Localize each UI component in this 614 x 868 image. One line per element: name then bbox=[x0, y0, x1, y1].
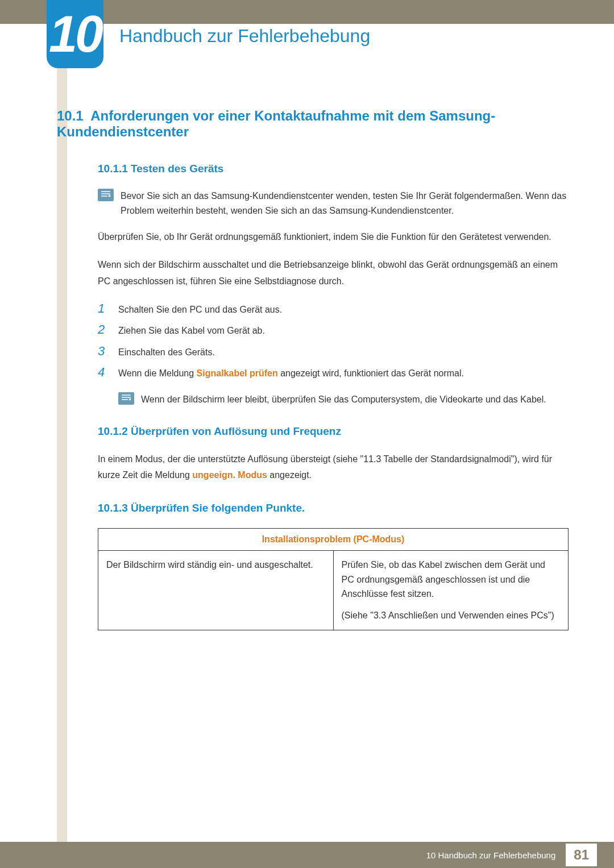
step-item: 3 Einschalten des Geräts. bbox=[98, 344, 569, 360]
section-number: 10.1 bbox=[57, 108, 84, 123]
step-text: Wenn die Meldung Signalkabel prüfen ange… bbox=[118, 366, 464, 381]
subsection-heading: 10.1.2 Überprüfen von Auflösung und Freq… bbox=[98, 425, 569, 438]
step-number: 2 bbox=[98, 322, 109, 337]
chapter-title: Handbuch zur Fehlerbehebung bbox=[119, 26, 370, 47]
body-text-part: In einem Modus, der die unterstützte Auf… bbox=[98, 454, 552, 480]
chapter-badge: 10 bbox=[47, 0, 103, 68]
steps-list: 1 Schalten Sie den PC und das Gerät aus.… bbox=[98, 301, 569, 381]
subsection-heading: 10.1.3 Überprüfen Sie folgenden Punkte. bbox=[98, 502, 569, 514]
page-number-box: 81 bbox=[566, 844, 597, 866]
table-cell-problem: Der Bildschirm wird ständig ein- und aus… bbox=[98, 551, 334, 630]
step-item: 1 Schalten Sie den PC und das Gerät aus. bbox=[98, 301, 569, 317]
page-content: 10.1 Anforderungen vor einer Kontaktaufn… bbox=[57, 108, 569, 649]
footer-text: 10 Handbuch zur Fehlerbehebung bbox=[426, 850, 556, 860]
step-text-part: Wenn die Meldung bbox=[118, 368, 197, 378]
page-number: 81 bbox=[574, 847, 589, 862]
note-text: Wenn der Bildschirm leer bleibt, überprü… bbox=[141, 392, 546, 407]
step-text: Schalten Sie den PC und das Gerät aus. bbox=[118, 302, 282, 317]
table-row: Der Bildschirm wird ständig ein- und aus… bbox=[98, 551, 569, 630]
note-icon bbox=[98, 189, 114, 201]
table-header: Installationsproblem (PC-Modus) bbox=[98, 529, 569, 551]
subsection-10-1-3: 10.1.3 Überprüfen Sie folgenden Punkte. … bbox=[98, 502, 569, 630]
note-icon bbox=[118, 392, 134, 405]
cell-paragraph: Prüfen Sie, ob das Kabel zwischen dem Ge… bbox=[342, 558, 561, 601]
subsection-10-1-2: 10.1.2 Überprüfen von Auflösung und Freq… bbox=[98, 425, 569, 484]
highlight-term: Signalkabel prüfen bbox=[197, 368, 278, 378]
body-text: Überprüfen Sie, ob Ihr Gerät ordnungsgem… bbox=[98, 229, 569, 246]
cell-paragraph: (Siehe "3.3 Anschließen und Verwenden ei… bbox=[342, 608, 561, 623]
subsection-10-1-1: 10.1.1 Testen des Geräts Bevor Sie sich … bbox=[98, 163, 569, 407]
step-number: 3 bbox=[98, 344, 109, 359]
note-text: Bevor Sie sich an das Samsung-Kundendien… bbox=[121, 189, 569, 218]
page-footer: 10 Handbuch zur Fehlerbehebung 81 bbox=[0, 842, 614, 868]
step-text-part: angezeigt wird, funktioniert das Gerät n… bbox=[278, 368, 464, 378]
body-text: Wenn sich der Bildschirm ausschaltet und… bbox=[98, 257, 569, 290]
section-heading: 10.1 Anforderungen vor einer Kontaktaufn… bbox=[57, 108, 569, 140]
step-number: 1 bbox=[98, 301, 109, 316]
subsection-heading: 10.1.1 Testen des Geräts bbox=[98, 163, 569, 175]
highlight-term: ungeeign. Modus bbox=[192, 470, 267, 480]
step-number: 4 bbox=[98, 365, 109, 380]
body-text-part: angezeigt. bbox=[267, 470, 312, 480]
note-block: Wenn der Bildschirm leer bleibt, überprü… bbox=[118, 392, 569, 407]
table: Installationsproblem (PC-Modus) Der Bild… bbox=[98, 528, 569, 630]
chapter-number: 10 bbox=[49, 5, 101, 64]
step-text: Ziehen Sie das Kabel vom Gerät ab. bbox=[118, 323, 265, 338]
section-title: Anforderungen vor einer Kontaktaufnahme … bbox=[57, 108, 495, 139]
note-block: Bevor Sie sich an das Samsung-Kundendien… bbox=[98, 189, 569, 218]
step-item: 2 Ziehen Sie das Kabel vom Gerät ab. bbox=[98, 322, 569, 338]
body-text: In einem Modus, der die unterstützte Auf… bbox=[98, 451, 569, 484]
step-text: Einschalten des Geräts. bbox=[118, 345, 215, 360]
troubleshooting-table: Installationsproblem (PC-Modus) Der Bild… bbox=[98, 528, 569, 630]
step-item: 4 Wenn die Meldung Signalkabel prüfen an… bbox=[98, 365, 569, 381]
table-cell-solution: Prüfen Sie, ob das Kabel zwischen dem Ge… bbox=[333, 551, 569, 630]
